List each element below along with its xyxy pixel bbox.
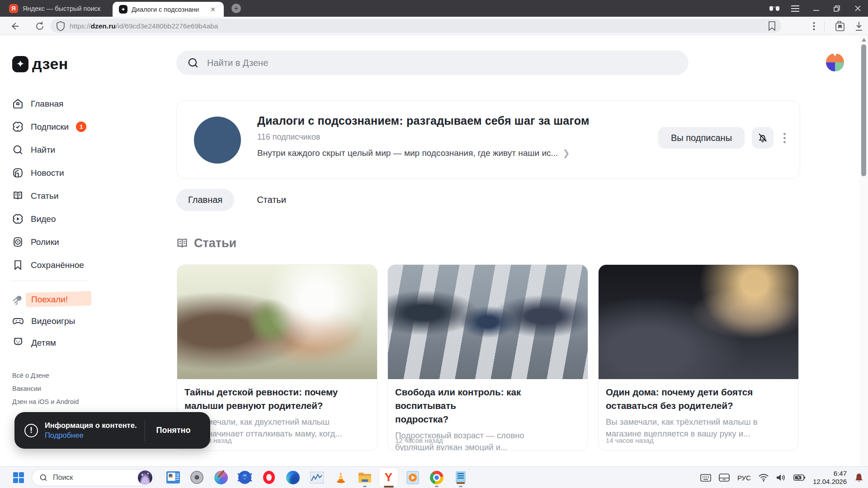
keyboard-icon[interactable] — [700, 474, 711, 482]
paint-app-icon[interactable] — [209, 467, 233, 488]
footer-link-jobs[interactable]: Вакансии — [12, 385, 79, 392]
bookmark-icon[interactable] — [768, 21, 776, 31]
search-highlight-image[interactable] — [138, 470, 152, 485]
dzen-logo-text: дзен — [32, 55, 68, 73]
article-card[interactable]: Свобода или контроль: как воспитыватьпод… — [387, 264, 588, 451]
sidebar-item-videogames[interactable]: Видеоигры — [12, 310, 98, 332]
sidebar-item-label: Сохранённое — [31, 260, 84, 270]
subscribed-button[interactable]: Вы подписаны — [658, 127, 745, 149]
browser-tab-strip: Я Яндекс — быстрый поиск ✦ Диалоги с под… — [0, 0, 868, 17]
article-cards: Тайны детской ревности: почемумалыши рев… — [177, 264, 799, 451]
sidebar-item-kids[interactable]: Детям — [12, 332, 98, 354]
download-icon[interactable] — [854, 21, 863, 31]
presentation-app-icon[interactable] — [161, 467, 185, 488]
opera-icon[interactable] — [257, 467, 281, 488]
yandex-browser-icon[interactable]: Y — [377, 467, 401, 488]
clock-time: 6:47 — [813, 469, 847, 478]
url-text: https://dzen.ru/id/69cd3e2480bb2276e69b4… — [70, 22, 218, 30]
toast-ok-button[interactable]: Понятно — [145, 426, 201, 435]
search-icon — [12, 144, 24, 155]
sidebar-item-label: Подписки — [31, 122, 69, 132]
footer-link-apps[interactable]: Дзен на iOS и Android — [12, 398, 79, 405]
close-window-button[interactable] — [847, 0, 868, 17]
dzen-logo[interactable]: ✦ дзен — [12, 55, 68, 73]
page-scrollbar[interactable] — [860, 35, 868, 466]
clock-date: 12.04.2026 — [813, 478, 847, 486]
start-button[interactable] — [11, 470, 26, 485]
section-title: Статьи — [194, 236, 236, 250]
sidebar-item-subscriptions[interactable]: Подписки 1 — [12, 115, 94, 138]
toolbar-kebab-icon[interactable] — [813, 22, 815, 31]
notification-bell-icon[interactable] — [854, 473, 863, 483]
edge-icon[interactable] — [281, 467, 305, 488]
sidebar-item-label: Главная — [31, 99, 63, 109]
battery-icon[interactable] — [793, 474, 805, 481]
sidebar-item-label: Видеоигры — [31, 316, 75, 326]
channel-avatar[interactable] — [194, 117, 241, 164]
sidebar-item-saved[interactable]: Сохранённое — [12, 253, 94, 277]
channel-actions: Вы подписаны — [658, 127, 788, 149]
language-indicator[interactable]: РУС — [737, 474, 751, 482]
media-player-icon[interactable] — [401, 467, 425, 488]
windows-logo-icon — [13, 472, 24, 483]
speaker-device-icon[interactable] — [185, 467, 209, 488]
taskbar-clock[interactable]: 6:47 12.04.2026 — [813, 469, 847, 486]
sidebar-item-video[interactable]: Видео — [12, 207, 94, 230]
vlc-icon[interactable] — [329, 467, 353, 488]
scrollbar-thumb[interactable] — [861, 44, 866, 176]
video-icon — [12, 213, 24, 225]
glasses-protect-icon[interactable] — [764, 0, 785, 17]
dzen-favicon: ✦ — [119, 5, 127, 14]
dzen-page: ✦ дзен Главная Подписки 1 Найти Новости — [0, 35, 868, 466]
shield-icon[interactable] — [56, 21, 65, 31]
tab-yandex-search[interactable]: Я Яндекс — быстрый поиск — [4, 0, 112, 17]
sidebar-item-articles[interactable]: Статьи — [12, 184, 94, 207]
sidebar-item-search[interactable]: Найти — [12, 138, 94, 161]
channel-subscribers: 116 подписчиков — [257, 132, 590, 142]
channel-description-row[interactable]: Внутри каждого скрыт целый мир — мир под… — [257, 148, 590, 158]
wifi-icon[interactable] — [759, 474, 769, 482]
touch-keyboard-icon[interactable] — [719, 474, 730, 482]
spider-app-icon[interactable] — [233, 467, 257, 488]
sidebar-item-poehali[interactable]: Поехали! — [12, 289, 98, 310]
article-image — [599, 265, 798, 379]
home-icon — [12, 98, 24, 109]
collections-icon[interactable] — [834, 21, 845, 32]
channel-description: Внутри каждого скрыт целый мир — мир под… — [257, 148, 558, 158]
sidebar-item-label: Поехали! — [31, 295, 68, 305]
notifications-off-button[interactable] — [752, 127, 774, 149]
sidebar-item-shorts[interactable]: Ролики — [12, 230, 94, 253]
sidebar-item-home[interactable]: Главная — [12, 92, 94, 115]
minimize-button[interactable] — [806, 0, 826, 17]
sidebar-item-label: Видео — [31, 214, 56, 224]
dzen-search-bar[interactable]: Найти в Дзене — [176, 51, 689, 75]
channel-kebab-icon[interactable] — [781, 131, 788, 145]
notepad-icon[interactable] — [448, 467, 472, 488]
search-icon — [39, 474, 47, 482]
tab-glavnaya[interactable]: Главная — [176, 189, 234, 211]
article-timestamp: 12 часов назад — [395, 436, 443, 444]
chrome-icon[interactable] — [425, 467, 448, 488]
running-indicator — [459, 486, 462, 487]
article-card[interactable]: Один дома: почему дети боятсяоставаться … — [598, 264, 799, 451]
bell-slash-icon — [757, 132, 769, 144]
profile-avatar[interactable] — [826, 53, 844, 71]
footer-link-about[interactable]: Всё о Дзене — [12, 372, 79, 379]
refresh-icon[interactable] — [34, 21, 45, 32]
toolbar-divider — [824, 21, 825, 31]
scrollbar-up-arrow[interactable] — [862, 38, 866, 42]
restore-button[interactable] — [826, 0, 847, 17]
volume-icon[interactable] — [776, 474, 786, 482]
back-icon[interactable] — [9, 21, 20, 32]
close-tab-icon[interactable]: ✕ — [210, 6, 216, 13]
address-bar[interactable]: https://dzen.ru/id/69cd3e2480bb2276e69b4… — [51, 19, 781, 33]
browser-menu-icon[interactable] — [785, 0, 806, 17]
tab-dzen-active[interactable]: ✦ Диалоги с подсознани ✕ — [113, 2, 224, 17]
sidebar-item-news[interactable]: Новости — [12, 161, 94, 184]
toast-more-link[interactable]: Подробнее — [45, 431, 137, 440]
task-manager-icon[interactable] — [305, 467, 329, 488]
taskbar-search[interactable]: Поиск — [32, 469, 155, 486]
new-tab-button[interactable]: + — [231, 4, 241, 13]
file-explorer-icon[interactable] — [353, 467, 377, 488]
tab-stati[interactable]: Статьи — [245, 189, 298, 211]
